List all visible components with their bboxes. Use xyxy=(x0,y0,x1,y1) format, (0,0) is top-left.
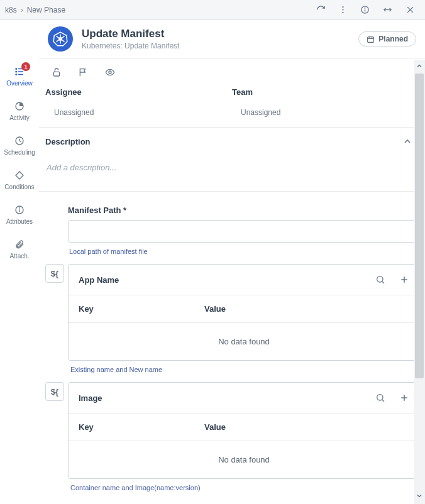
sidebar-item-label: Activity xyxy=(9,114,30,121)
image-hint: Container name and Image(name:version) xyxy=(70,484,420,491)
svg-point-2 xyxy=(342,12,343,13)
svg-point-25 xyxy=(16,74,17,75)
svg-line-16 xyxy=(57,36,60,38)
appname-value-header: Value xyxy=(204,304,330,314)
image-empty: No data found xyxy=(69,441,419,478)
sidebar-item-label: Overview xyxy=(6,80,33,87)
assignee-value[interactable]: Unassigned xyxy=(45,108,232,117)
svg-rect-17 xyxy=(368,36,374,42)
manifest-path-input[interactable] xyxy=(68,220,420,243)
sidebar-item-overview[interactable]: 1 Overview xyxy=(0,58,39,93)
svg-point-5 xyxy=(365,8,365,8)
diamond-icon xyxy=(14,170,25,181)
variable-button[interactable]: ${ xyxy=(45,264,64,283)
description-input[interactable]: Add a description... xyxy=(45,146,419,187)
meta-row: Assignee Unassigned Team Unassigned xyxy=(39,81,425,127)
add-icon[interactable] xyxy=(399,393,409,403)
image-key-header: Key xyxy=(79,422,204,432)
chevron-up-icon[interactable] xyxy=(402,136,412,146)
svg-point-35 xyxy=(109,71,111,74)
svg-line-41 xyxy=(382,400,384,402)
svg-point-21 xyxy=(16,68,17,70)
appname-empty: No data found xyxy=(69,322,419,360)
kubernetes-logo-icon xyxy=(48,26,73,52)
svg-line-13 xyxy=(62,40,65,41)
svg-point-10 xyxy=(59,38,62,40)
scroll-up-icon[interactable] xyxy=(416,62,423,72)
manifest-path-label: Manifest Path * xyxy=(68,205,425,215)
paperclip-icon xyxy=(14,239,25,250)
sidebar-item-scheduling[interactable]: Scheduling xyxy=(0,128,39,162)
sidebar-item-attach[interactable]: Attach. xyxy=(0,231,39,266)
variable-button[interactable]: ${ xyxy=(45,382,64,401)
assignee-label: Assignee xyxy=(45,87,232,97)
eye-icon[interactable] xyxy=(104,67,116,77)
main-panel: Assignee Unassigned Team Unassigned Desc… xyxy=(39,58,425,503)
action-row xyxy=(39,58,425,81)
image-title: Image xyxy=(79,393,102,403)
more-icon[interactable] xyxy=(338,5,348,14)
scroll-down-icon[interactable] xyxy=(416,492,423,501)
breadcrumb-root[interactable]: k8s xyxy=(5,6,17,14)
page-subtitle: Kubernetes: Update Manifest xyxy=(82,41,350,50)
top-bar: k8s › New Phase xyxy=(0,0,425,20)
svg-line-37 xyxy=(382,282,384,283)
svg-point-23 xyxy=(16,71,17,72)
manifest-path-hint: Local path of manifest file xyxy=(68,248,425,255)
svg-point-36 xyxy=(377,277,383,282)
svg-rect-33 xyxy=(53,72,59,76)
team-label: Team xyxy=(232,87,419,97)
sidebar-item-conditions[interactable]: Conditions xyxy=(0,162,39,197)
search-icon[interactable] xyxy=(375,393,385,403)
team-value[interactable]: Unassigned xyxy=(232,108,419,117)
image-value-header: Value xyxy=(204,422,330,432)
description-section: Description Add a description... xyxy=(39,127,425,191)
svg-point-32 xyxy=(19,208,20,209)
appname-hint: Existing name and New name xyxy=(70,366,420,373)
svg-point-1 xyxy=(342,9,343,10)
info-icon[interactable] xyxy=(360,5,370,14)
sidebar-item-label: Attributes xyxy=(6,218,33,225)
appname-key-header: Key xyxy=(79,304,204,314)
search-icon[interactable] xyxy=(375,275,385,285)
svg-line-12 xyxy=(62,36,65,38)
form-area: Manifest Path * Local path of manifest f… xyxy=(39,191,425,500)
expand-icon[interactable] xyxy=(382,5,393,14)
breadcrumb: k8s › New Phase xyxy=(5,6,316,14)
sidebar-item-activity[interactable]: Activity xyxy=(0,93,39,128)
page-title: Update Manifest xyxy=(82,28,350,40)
svg-line-15 xyxy=(57,40,60,41)
top-bar-actions xyxy=(316,5,420,14)
sidebar-item-attributes[interactable]: Attributes xyxy=(0,197,39,231)
status-badge[interactable]: Planned xyxy=(358,31,416,47)
scroll-thumb[interactable] xyxy=(415,74,424,378)
header: Update Manifest Kubernetes: Update Manif… xyxy=(39,20,425,58)
overview-badge: 1 xyxy=(21,62,30,71)
info-icon xyxy=(14,204,25,216)
close-icon[interactable] xyxy=(406,5,415,14)
lock-open-icon[interactable] xyxy=(52,67,62,77)
activity-icon xyxy=(14,101,25,112)
sidebar-item-label: Scheduling xyxy=(4,149,35,156)
breadcrumb-separator: › xyxy=(21,6,23,14)
calendar-icon xyxy=(367,35,375,43)
flag-icon[interactable] xyxy=(78,67,88,77)
svg-point-0 xyxy=(342,6,343,8)
add-icon[interactable] xyxy=(399,275,409,285)
clock-icon xyxy=(14,135,25,146)
description-title: Description xyxy=(45,137,91,146)
breadcrumb-current: New Phase xyxy=(27,6,65,14)
scrollbar[interactable] xyxy=(414,60,425,504)
sidebar-item-label: Attach. xyxy=(9,253,29,260)
svg-marker-29 xyxy=(16,172,23,179)
image-card: Image Key xyxy=(68,382,420,479)
svg-point-40 xyxy=(377,395,383,400)
sidebar-item-label: Conditions xyxy=(4,184,34,190)
appname-title: App Name xyxy=(79,275,119,285)
manifest-path-field: Manifest Path * Local path of manifest f… xyxy=(39,205,425,264)
appname-card: App Name Key xyxy=(68,264,420,361)
status-badge-label: Planned xyxy=(378,35,408,43)
sidebar: 1 Overview Activity Scheduling Condition… xyxy=(0,58,39,503)
refresh-icon[interactable] xyxy=(316,5,326,14)
